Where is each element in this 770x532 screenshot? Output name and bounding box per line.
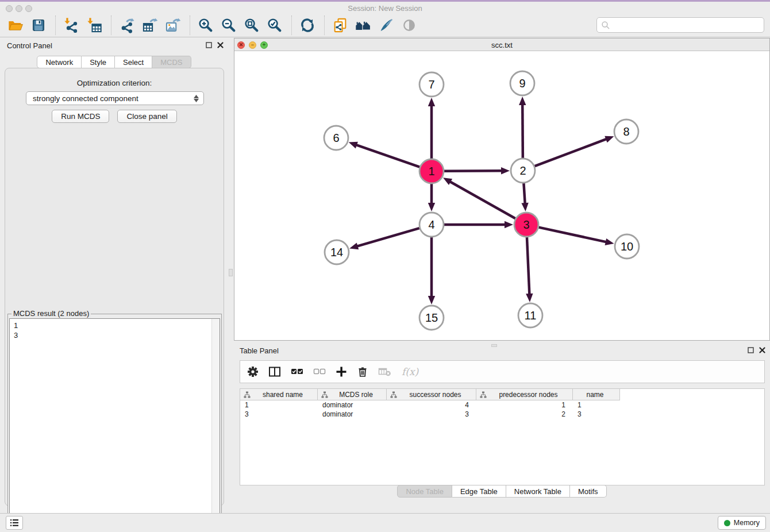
zoom-out-icon[interactable] <box>219 16 238 35</box>
tree-icon <box>480 391 487 398</box>
graph-edge-2-3[interactable] <box>523 183 525 204</box>
table-row[interactable]: 3dominator323 <box>240 410 764 419</box>
graph-node-label: 2 <box>519 164 526 177</box>
node-table[interactable]: shared nameMCDS rolesuccessor nodesprede… <box>240 388 765 485</box>
clone-network-icon[interactable] <box>330 16 350 35</box>
graph-edge-arrowhead <box>505 221 513 228</box>
table-cell: 3 <box>387 410 476 418</box>
table-cell: dominator <box>318 410 387 418</box>
search-icon <box>601 21 610 30</box>
graph-node-label: 3 <box>523 218 529 231</box>
zoom-selected-icon[interactable] <box>265 16 284 35</box>
close-panel-icon[interactable] <box>217 42 224 48</box>
graph-edge-3-11[interactable] <box>527 237 529 295</box>
hide-details-icon[interactable] <box>399 16 419 35</box>
tab-network-table[interactable]: Network Table <box>506 485 570 498</box>
graph-edge-3-10[interactable] <box>538 228 606 242</box>
table-toolbar: f(x) <box>240 360 765 383</box>
graph-edge-4-14[interactable] <box>357 228 419 246</box>
table-cell: 1 <box>476 401 573 409</box>
export-table-icon[interactable] <box>140 16 160 35</box>
deselect-all-icon[interactable] <box>313 366 326 377</box>
column-header-name[interactable]: name <box>573 389 620 400</box>
delete-icon[interactable] <box>357 366 368 377</box>
tab-style[interactable]: Style <box>82 56 115 68</box>
column-header-successor-nodes[interactable]: successor nodes <box>387 389 476 400</box>
table-cell: 1 <box>573 401 620 409</box>
network-graph[interactable]: 7968124314101511 <box>234 51 769 340</box>
table-header-row: shared nameMCDS rolesuccessor nodesprede… <box>240 389 764 400</box>
float-panel-icon[interactable] <box>748 347 754 353</box>
graph-edge-1-2[interactable] <box>444 171 502 171</box>
network-canvas[interactable]: 7968124314101511 <box>234 51 769 340</box>
select-all-icon[interactable] <box>291 366 303 377</box>
search-input[interactable] <box>610 18 764 32</box>
optimization-criterion-dropdown[interactable]: strongly connected component <box>26 91 204 105</box>
apply-layout-icon[interactable] <box>298 16 317 35</box>
tree-icon <box>390 391 397 398</box>
gear-icon[interactable] <box>247 366 259 377</box>
control-panel-tabs: Network Style Select MCDS <box>0 56 228 68</box>
horizontal-splitter-grip[interactable] <box>491 344 497 347</box>
graph-edge-3-1[interactable] <box>449 182 515 219</box>
graph-node-label: 14 <box>330 246 343 259</box>
graph-edge-arrowhead <box>428 98 435 106</box>
graph-edge-2-9[interactable] <box>522 104 523 158</box>
export-network-icon[interactable] <box>117 16 137 35</box>
optimization-criterion-label: Optimization criterion: <box>5 79 224 87</box>
graph-edge-1-6[interactable] <box>356 145 419 167</box>
dropdown-value: strongly connected component <box>33 94 138 103</box>
save-session-icon[interactable] <box>29 16 48 35</box>
import-table-icon[interactable] <box>84 16 104 35</box>
tab-node-table[interactable]: Node Table <box>397 485 452 498</box>
network-window: ✕ − + scc.txt 7968124314101511 <box>234 38 770 341</box>
result-scrollbar[interactable] <box>211 319 220 530</box>
column-header-predecessor-nodes[interactable]: predecessor nodes <box>476 389 573 400</box>
tab-network[interactable]: Network <box>37 56 82 68</box>
delete-table-icon[interactable] <box>378 366 392 377</box>
column-header-shared-name[interactable]: shared name <box>240 389 318 400</box>
memory-button[interactable]: Memory <box>718 516 766 530</box>
function-builder-icon[interactable]: f(x) <box>402 366 418 377</box>
export-image-icon[interactable] <box>163 16 183 35</box>
close-panel-icon[interactable] <box>759 347 765 353</box>
run-mcds-button[interactable]: Run MCDS <box>52 110 109 123</box>
column-header-MCDS-role[interactable]: MCDS role <box>318 389 387 400</box>
tab-select[interactable]: Select <box>115 56 152 68</box>
vertical-splitter[interactable] <box>228 38 234 513</box>
open-session-icon[interactable] <box>6 16 25 35</box>
toolbar-separator <box>55 16 56 35</box>
main-toolbar <box>0 13 770 37</box>
split-view-icon[interactable] <box>268 366 281 377</box>
graph-edge-arrowhead <box>428 203 435 211</box>
network-window-titlebar[interactable]: ✕ − + scc.txt <box>234 38 769 51</box>
splitter-grip[interactable] <box>229 269 233 276</box>
tab-mcds[interactable]: MCDS <box>152 56 191 68</box>
column-header-label: MCDS role <box>328 391 386 399</box>
style-brush-icon[interactable] <box>376 16 396 35</box>
graph-edge-2-8[interactable] <box>535 139 607 167</box>
table-row[interactable]: 1dominator411 <box>240 400 764 410</box>
column-header-label: name <box>573 391 619 399</box>
float-panel-icon[interactable] <box>206 42 212 48</box>
close-panel-button[interactable]: Close panel <box>117 110 176 123</box>
graph-node-label: 11 <box>525 309 537 322</box>
memory-status-icon <box>724 520 730 526</box>
graph-node-label: 15 <box>425 311 438 324</box>
graph-edge-arrowhead <box>526 294 533 302</box>
zoom-in-icon[interactable] <box>196 16 215 35</box>
toolbar-separator <box>190 16 190 35</box>
search-field[interactable] <box>596 17 764 33</box>
add-column-icon[interactable] <box>336 366 347 377</box>
graph-node-label: 4 <box>428 218 434 231</box>
zoom-fit-icon[interactable] <box>242 16 261 35</box>
mcds-result-list[interactable]: 13 <box>9 318 220 530</box>
graph-node-label: 1 <box>428 165 434 178</box>
home-icon[interactable] <box>353 16 373 35</box>
task-history-button[interactable] <box>6 516 23 530</box>
toolbar-separator <box>324 16 325 35</box>
titlebar: Session: New Session <box>0 2 770 13</box>
tab-edge-table[interactable]: Edge Table <box>452 485 506 498</box>
import-network-icon[interactable] <box>61 16 81 35</box>
tab-motifs[interactable]: Motifs <box>570 485 607 498</box>
